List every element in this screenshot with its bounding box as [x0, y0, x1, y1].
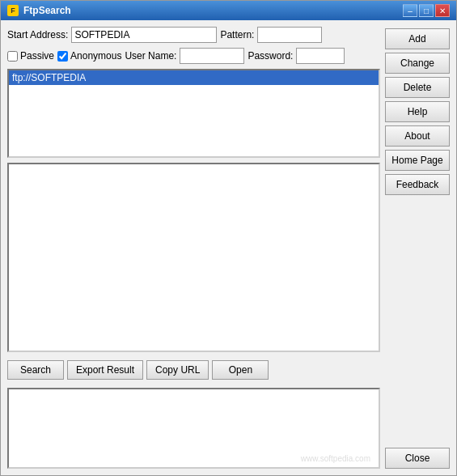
username-label: User Name: — [125, 50, 176, 62]
spacer — [385, 198, 450, 444]
home-page-button[interactable]: Home Page — [385, 150, 450, 171]
start-address-label: Start Address: — [7, 29, 68, 40]
password-input[interactable] — [296, 48, 345, 64]
start-address-input[interactable] — [71, 27, 217, 43]
open-button[interactable]: Open — [212, 360, 269, 380]
close-window-button[interactable]: ✕ — [435, 4, 450, 17]
result-panel — [7, 163, 380, 352]
close-button[interactable]: Close — [385, 448, 450, 469]
password-label: Password: — [248, 50, 293, 62]
help-button[interactable]: Help — [385, 101, 450, 122]
feedback-button[interactable]: Feedback — [385, 174, 450, 195]
pattern-input[interactable] — [257, 27, 322, 43]
copy-url-button[interactable]: Copy URL — [146, 360, 209, 380]
change-button[interactable]: Change — [385, 53, 450, 74]
about-button[interactable]: About — [385, 125, 450, 147]
passive-checkbox-label[interactable]: Passive — [7, 50, 54, 62]
main-panel: Start Address: Pattern: Passive Anonymou… — [7, 27, 380, 469]
window-title: FtpSearch — [23, 5, 71, 16]
anonymous-checkbox-label[interactable]: Anonymous — [57, 50, 121, 62]
add-button[interactable]: Add — [385, 28, 450, 49]
title-bar: F FtpSearch – □ ✕ — [1, 1, 456, 20]
minimize-button[interactable]: – — [403, 4, 417, 17]
pattern-label: Pattern: — [220, 29, 254, 40]
title-controls: – □ ✕ — [403, 4, 450, 17]
list-item[interactable]: ftp://SOFTPEDIA — [9, 70, 379, 85]
output-panel: www.softpedia.com — [7, 388, 380, 469]
right-panel: Add Change Delete Help About Home Page F… — [385, 27, 450, 469]
app-icon: F — [7, 5, 19, 16]
address-row: Start Address: Pattern: — [7, 27, 380, 43]
content-area: Start Address: Pattern: Passive Anonymou… — [1, 20, 456, 475]
maximize-button[interactable]: □ — [419, 4, 434, 17]
anonymous-checkbox[interactable] — [57, 51, 68, 62]
title-bar-text: F FtpSearch — [7, 5, 71, 16]
watermark: www.softpedia.com — [301, 454, 370, 463]
search-button[interactable]: Search — [7, 360, 64, 380]
username-input[interactable] — [180, 48, 244, 64]
export-result-button[interactable]: Export Result — [67, 360, 143, 380]
bottom-button-bar: Search Export Result Copy URL Open — [7, 357, 380, 383]
passive-checkbox[interactable] — [7, 51, 18, 62]
ftp-list: ftp://SOFTPEDIA — [7, 69, 380, 158]
main-window: F FtpSearch – □ ✕ Start Address: Pattern… — [0, 0, 457, 476]
auth-row: Passive Anonymous User Name: Password: — [7, 48, 380, 64]
delete-button[interactable]: Delete — [385, 77, 450, 98]
